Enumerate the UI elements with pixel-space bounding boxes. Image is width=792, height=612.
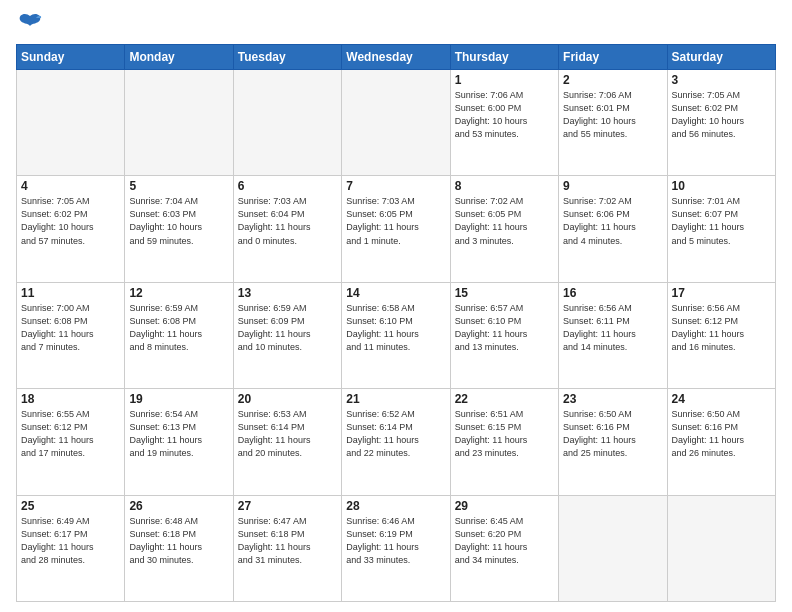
- day-info: Sunrise: 6:59 AM Sunset: 6:08 PM Dayligh…: [129, 302, 228, 354]
- week-row-4: 18Sunrise: 6:55 AM Sunset: 6:12 PM Dayli…: [17, 389, 776, 495]
- day-info: Sunrise: 6:49 AM Sunset: 6:17 PM Dayligh…: [21, 515, 120, 567]
- week-row-5: 25Sunrise: 6:49 AM Sunset: 6:17 PM Dayli…: [17, 495, 776, 601]
- calendar-cell: 4Sunrise: 7:05 AM Sunset: 6:02 PM Daylig…: [17, 176, 125, 282]
- day-info: Sunrise: 6:56 AM Sunset: 6:12 PM Dayligh…: [672, 302, 771, 354]
- day-info: Sunrise: 7:06 AM Sunset: 6:00 PM Dayligh…: [455, 89, 554, 141]
- calendar-cell: 14Sunrise: 6:58 AM Sunset: 6:10 PM Dayli…: [342, 282, 450, 388]
- calendar-cell: 5Sunrise: 7:04 AM Sunset: 6:03 PM Daylig…: [125, 176, 233, 282]
- day-number: 15: [455, 286, 554, 300]
- day-info: Sunrise: 6:53 AM Sunset: 6:14 PM Dayligh…: [238, 408, 337, 460]
- day-number: 9: [563, 179, 662, 193]
- weekday-header-friday: Friday: [559, 45, 667, 70]
- calendar-cell: [125, 70, 233, 176]
- calendar-cell: 2Sunrise: 7:06 AM Sunset: 6:01 PM Daylig…: [559, 70, 667, 176]
- day-info: Sunrise: 6:46 AM Sunset: 6:19 PM Dayligh…: [346, 515, 445, 567]
- day-number: 24: [672, 392, 771, 406]
- calendar-cell: 25Sunrise: 6:49 AM Sunset: 6:17 PM Dayli…: [17, 495, 125, 601]
- day-info: Sunrise: 6:54 AM Sunset: 6:13 PM Dayligh…: [129, 408, 228, 460]
- day-info: Sunrise: 7:05 AM Sunset: 6:02 PM Dayligh…: [672, 89, 771, 141]
- day-number: 16: [563, 286, 662, 300]
- day-info: Sunrise: 6:50 AM Sunset: 6:16 PM Dayligh…: [563, 408, 662, 460]
- calendar-cell: 19Sunrise: 6:54 AM Sunset: 6:13 PM Dayli…: [125, 389, 233, 495]
- calendar-cell: 12Sunrise: 6:59 AM Sunset: 6:08 PM Dayli…: [125, 282, 233, 388]
- day-number: 25: [21, 499, 120, 513]
- day-info: Sunrise: 7:01 AM Sunset: 6:07 PM Dayligh…: [672, 195, 771, 247]
- day-number: 26: [129, 499, 228, 513]
- calendar-cell: 28Sunrise: 6:46 AM Sunset: 6:19 PM Dayli…: [342, 495, 450, 601]
- day-info: Sunrise: 6:57 AM Sunset: 6:10 PM Dayligh…: [455, 302, 554, 354]
- weekday-header-thursday: Thursday: [450, 45, 558, 70]
- day-info: Sunrise: 6:52 AM Sunset: 6:14 PM Dayligh…: [346, 408, 445, 460]
- calendar-cell: 18Sunrise: 6:55 AM Sunset: 6:12 PM Dayli…: [17, 389, 125, 495]
- day-number: 3: [672, 73, 771, 87]
- day-number: 23: [563, 392, 662, 406]
- calendar-cell: 9Sunrise: 7:02 AM Sunset: 6:06 PM Daylig…: [559, 176, 667, 282]
- day-number: 21: [346, 392, 445, 406]
- day-number: 4: [21, 179, 120, 193]
- calendar-cell: 3Sunrise: 7:05 AM Sunset: 6:02 PM Daylig…: [667, 70, 775, 176]
- day-info: Sunrise: 7:03 AM Sunset: 6:05 PM Dayligh…: [346, 195, 445, 247]
- day-info: Sunrise: 6:58 AM Sunset: 6:10 PM Dayligh…: [346, 302, 445, 354]
- day-number: 5: [129, 179, 228, 193]
- day-info: Sunrise: 6:51 AM Sunset: 6:15 PM Dayligh…: [455, 408, 554, 460]
- day-info: Sunrise: 6:55 AM Sunset: 6:12 PM Dayligh…: [21, 408, 120, 460]
- day-number: 12: [129, 286, 228, 300]
- calendar-cell: 11Sunrise: 7:00 AM Sunset: 6:08 PM Dayli…: [17, 282, 125, 388]
- day-number: 6: [238, 179, 337, 193]
- calendar-table: SundayMondayTuesdayWednesdayThursdayFrid…: [16, 44, 776, 602]
- day-info: Sunrise: 7:02 AM Sunset: 6:05 PM Dayligh…: [455, 195, 554, 247]
- week-row-3: 11Sunrise: 7:00 AM Sunset: 6:08 PM Dayli…: [17, 282, 776, 388]
- calendar-cell: 16Sunrise: 6:56 AM Sunset: 6:11 PM Dayli…: [559, 282, 667, 388]
- calendar-cell: 17Sunrise: 6:56 AM Sunset: 6:12 PM Dayli…: [667, 282, 775, 388]
- day-number: 13: [238, 286, 337, 300]
- day-number: 27: [238, 499, 337, 513]
- calendar-cell: [17, 70, 125, 176]
- day-info: Sunrise: 6:48 AM Sunset: 6:18 PM Dayligh…: [129, 515, 228, 567]
- calendar-cell: 7Sunrise: 7:03 AM Sunset: 6:05 PM Daylig…: [342, 176, 450, 282]
- calendar-cell: 29Sunrise: 6:45 AM Sunset: 6:20 PM Dayli…: [450, 495, 558, 601]
- day-number: 29: [455, 499, 554, 513]
- week-row-1: 1Sunrise: 7:06 AM Sunset: 6:00 PM Daylig…: [17, 70, 776, 176]
- day-number: 11: [21, 286, 120, 300]
- calendar-cell: 21Sunrise: 6:52 AM Sunset: 6:14 PM Dayli…: [342, 389, 450, 495]
- weekday-header-saturday: Saturday: [667, 45, 775, 70]
- calendar-cell: [233, 70, 341, 176]
- day-info: Sunrise: 7:00 AM Sunset: 6:08 PM Dayligh…: [21, 302, 120, 354]
- day-number: 19: [129, 392, 228, 406]
- header: [16, 10, 776, 38]
- day-number: 10: [672, 179, 771, 193]
- calendar-cell: [667, 495, 775, 601]
- calendar-cell: 27Sunrise: 6:47 AM Sunset: 6:18 PM Dayli…: [233, 495, 341, 601]
- weekday-header-monday: Monday: [125, 45, 233, 70]
- day-info: Sunrise: 6:56 AM Sunset: 6:11 PM Dayligh…: [563, 302, 662, 354]
- calendar-cell: 15Sunrise: 6:57 AM Sunset: 6:10 PM Dayli…: [450, 282, 558, 388]
- week-row-2: 4Sunrise: 7:05 AM Sunset: 6:02 PM Daylig…: [17, 176, 776, 282]
- calendar-cell: 6Sunrise: 7:03 AM Sunset: 6:04 PM Daylig…: [233, 176, 341, 282]
- weekday-header-wednesday: Wednesday: [342, 45, 450, 70]
- day-info: Sunrise: 7:03 AM Sunset: 6:04 PM Dayligh…: [238, 195, 337, 247]
- calendar-cell: 10Sunrise: 7:01 AM Sunset: 6:07 PM Dayli…: [667, 176, 775, 282]
- day-number: 18: [21, 392, 120, 406]
- calendar-cell: 24Sunrise: 6:50 AM Sunset: 6:16 PM Dayli…: [667, 389, 775, 495]
- day-info: Sunrise: 6:59 AM Sunset: 6:09 PM Dayligh…: [238, 302, 337, 354]
- calendar-cell: 1Sunrise: 7:06 AM Sunset: 6:00 PM Daylig…: [450, 70, 558, 176]
- day-number: 2: [563, 73, 662, 87]
- calendar-cell: 22Sunrise: 6:51 AM Sunset: 6:15 PM Dayli…: [450, 389, 558, 495]
- calendar-cell: 20Sunrise: 6:53 AM Sunset: 6:14 PM Dayli…: [233, 389, 341, 495]
- day-number: 20: [238, 392, 337, 406]
- day-number: 17: [672, 286, 771, 300]
- calendar-cell: 26Sunrise: 6:48 AM Sunset: 6:18 PM Dayli…: [125, 495, 233, 601]
- day-number: 28: [346, 499, 445, 513]
- logo-bird-icon: [16, 10, 44, 38]
- calendar-cell: 23Sunrise: 6:50 AM Sunset: 6:16 PM Dayli…: [559, 389, 667, 495]
- page: SundayMondayTuesdayWednesdayThursdayFrid…: [0, 0, 792, 612]
- calendar-cell: 13Sunrise: 6:59 AM Sunset: 6:09 PM Dayli…: [233, 282, 341, 388]
- day-number: 22: [455, 392, 554, 406]
- logo: [16, 10, 48, 38]
- day-info: Sunrise: 7:04 AM Sunset: 6:03 PM Dayligh…: [129, 195, 228, 247]
- day-info: Sunrise: 7:06 AM Sunset: 6:01 PM Dayligh…: [563, 89, 662, 141]
- day-number: 7: [346, 179, 445, 193]
- calendar-cell: [559, 495, 667, 601]
- calendar-cell: 8Sunrise: 7:02 AM Sunset: 6:05 PM Daylig…: [450, 176, 558, 282]
- weekday-header-tuesday: Tuesday: [233, 45, 341, 70]
